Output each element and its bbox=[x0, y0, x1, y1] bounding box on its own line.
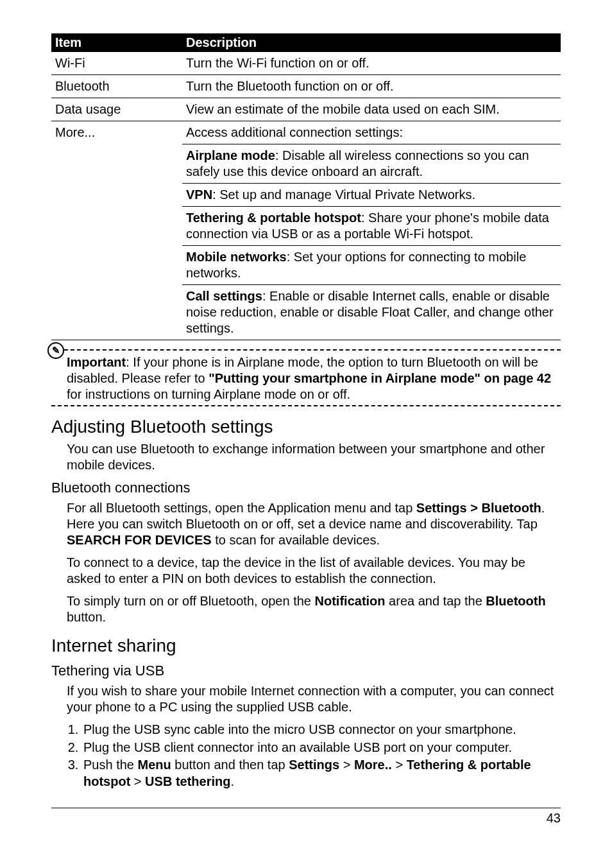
text: For all Bluetooth settings, open the App… bbox=[67, 501, 416, 515]
usb-steps: Plug the USB sync cable into the micro U… bbox=[67, 722, 561, 790]
page: Item Description Wi-Fi Turn the Wi-Fi fu… bbox=[0, 0, 612, 851]
term: Tethering & portable hotspot bbox=[186, 211, 361, 225]
important-callout: ✎ Important: If your phone is in Airplan… bbox=[51, 349, 561, 406]
text: to scan for available devices. bbox=[212, 533, 380, 547]
important-label: Important bbox=[67, 355, 126, 369]
more-entry: Mobile networks: Set your options for co… bbox=[182, 246, 561, 285]
more-entry: Airplane mode: Disable all wireless conn… bbox=[182, 144, 561, 184]
term: Mobile networks bbox=[186, 250, 287, 264]
desc-cell: Turn the Wi-Fi function on or off. bbox=[182, 52, 561, 75]
usb-intro: If you wish to share your mobile Interne… bbox=[67, 683, 561, 715]
heading-internet-sharing: Internet sharing bbox=[51, 636, 561, 656]
bluetooth-intro: You can use Bluetooth to exchange inform… bbox=[67, 441, 561, 473]
table-header-row: Item Description bbox=[51, 33, 561, 52]
heading-bluetooth-settings: Adjusting Bluetooth settings bbox=[51, 417, 561, 437]
settings-label: Settings bbox=[289, 758, 339, 772]
text: . bbox=[230, 774, 234, 788]
bluetooth-connections-p1: For all Bluetooth settings, open the App… bbox=[67, 500, 561, 548]
settings-table: Item Description Wi-Fi Turn the Wi-Fi fu… bbox=[51, 33, 561, 340]
more-entry: VPN: Set up and manage Virtual Private N… bbox=[182, 184, 561, 207]
table-row: Data usage View an estimate of the mobil… bbox=[51, 98, 561, 121]
important-text: Important: If your phone is in Airplane … bbox=[51, 349, 561, 406]
item-cell-more: More... bbox=[51, 121, 182, 340]
sep: > bbox=[339, 758, 354, 772]
more-entry: Call settings: Enable or disable Interne… bbox=[182, 285, 561, 340]
heading-bluetooth-connections: Bluetooth connections bbox=[51, 480, 561, 496]
important-after: for instructions on turning Airplane mod… bbox=[67, 387, 350, 401]
more-lead: Access additional connection settings: bbox=[182, 121, 561, 144]
desc-cell: View an estimate of the mobile data used… bbox=[182, 98, 561, 121]
term: Airplane mode bbox=[186, 148, 275, 162]
term: VPN bbox=[186, 187, 212, 202]
item-cell: Data usage bbox=[51, 98, 182, 121]
pencil-icon: ✎ bbox=[47, 342, 64, 359]
table-row: Wi-Fi Turn the Wi-Fi function on or off. bbox=[51, 52, 561, 75]
col-item-header: Item bbox=[51, 33, 182, 52]
col-desc-header: Description bbox=[182, 33, 561, 52]
sep: > bbox=[130, 774, 145, 788]
text: Push the bbox=[83, 758, 138, 772]
sep: > bbox=[392, 758, 407, 772]
list-item: Plug the USB sync cable into the micro U… bbox=[82, 722, 561, 738]
search-for-devices-label: SEARCH FOR DEVICES bbox=[67, 533, 212, 547]
text: button and then tap bbox=[171, 758, 289, 772]
important-ref: "Putting your smartphone in Airplane mod… bbox=[208, 371, 551, 385]
item-cell: Wi-Fi bbox=[51, 52, 182, 75]
bluetooth-label: Bluetooth bbox=[486, 594, 545, 608]
more-label: More.. bbox=[354, 758, 392, 772]
list-item: Push the Menu button and then tap Settin… bbox=[82, 757, 561, 790]
term-rest: : Set up and manage Virtual Private Netw… bbox=[212, 187, 475, 202]
desc-cell: Turn the Bluetooth function on or off. bbox=[182, 75, 561, 98]
notification-label: Notification bbox=[315, 594, 386, 608]
usb-tethering-label: USB tethering bbox=[145, 774, 230, 788]
term: Call settings bbox=[186, 289, 262, 303]
text: area and tap the bbox=[386, 594, 486, 608]
page-number: 43 bbox=[51, 811, 561, 826]
menu-label: Menu bbox=[138, 758, 171, 772]
more-entry: Tethering & portable hotspot: Share your… bbox=[182, 207, 561, 246]
bluetooth-connections-p3: To simply turn on or off Bluetooth, open… bbox=[67, 593, 561, 625]
table-row-more: More... Access additional connection set… bbox=[51, 121, 561, 144]
path-settings-bluetooth: Settings > Bluetooth bbox=[416, 501, 541, 515]
item-cell: Bluetooth bbox=[51, 75, 182, 98]
bluetooth-connections-p2: To connect to a device, tap the device i… bbox=[67, 555, 561, 587]
heading-tethering-usb: Tethering via USB bbox=[51, 663, 561, 679]
footer-rule bbox=[51, 808, 561, 808]
text: button. bbox=[67, 610, 106, 624]
table-row: Bluetooth Turn the Bluetooth function on… bbox=[51, 75, 561, 98]
list-item: Plug the USB client connector into an av… bbox=[82, 740, 561, 756]
text: To simply turn on or off Bluetooth, open… bbox=[67, 594, 315, 608]
